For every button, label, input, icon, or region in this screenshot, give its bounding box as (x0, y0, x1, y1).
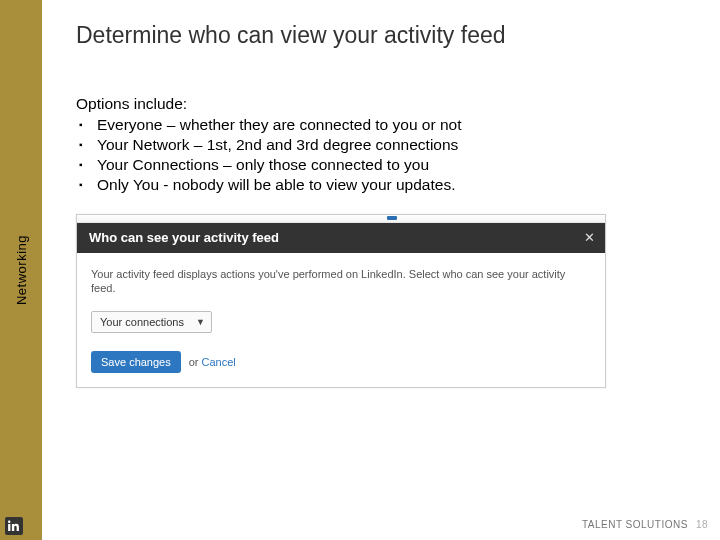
options-list: Everyone – whether they are connected to… (76, 115, 686, 196)
slide: Networking Determine who can view your a… (0, 0, 720, 540)
sidebar: Networking (0, 0, 42, 540)
modal-top-strip (77, 215, 605, 223)
modal-description: Your activity feed displays actions you'… (91, 267, 591, 296)
page-number: 18 (696, 519, 708, 530)
visibility-dropdown[interactable]: Your connections ▼ (91, 311, 212, 333)
list-item: Your Connections – only those connected … (79, 155, 686, 175)
save-button[interactable]: Save changes (91, 351, 181, 373)
slide-footer: TALENT SOLUTIONS 18 (42, 519, 720, 530)
list-item: Everyone – whether they are connected to… (79, 115, 686, 135)
intro-text: Options include: (76, 95, 686, 113)
footer-brand: TALENT SOLUTIONS (582, 519, 688, 530)
cancel-prefix: or (189, 356, 202, 368)
linkedin-icon (5, 517, 23, 535)
modal-body: Your activity feed displays actions you'… (77, 253, 605, 338)
settings-modal: Who can see your activity feed ✕ Your ac… (76, 214, 606, 389)
modal-header: Who can see your activity feed ✕ (77, 223, 605, 253)
list-item: Your Network – 1st, 2nd and 3rd degree c… (79, 135, 686, 155)
page-title: Determine who can view your activity fee… (76, 22, 686, 49)
chevron-down-icon: ▼ (196, 317, 205, 327)
content: Determine who can view your activity fee… (42, 0, 720, 540)
dropdown-value: Your connections (100, 316, 184, 328)
sidebar-label: Networking (14, 235, 29, 305)
list-item: Only You - nobody will be able to view y… (79, 175, 686, 195)
cancel-group: or Cancel (189, 356, 236, 368)
decorative-strip (387, 216, 397, 220)
modal-footer: Save changes or Cancel (77, 337, 605, 387)
modal-title: Who can see your activity feed (89, 230, 279, 245)
close-icon[interactable]: ✕ (584, 230, 595, 245)
cancel-link[interactable]: Cancel (202, 356, 236, 368)
